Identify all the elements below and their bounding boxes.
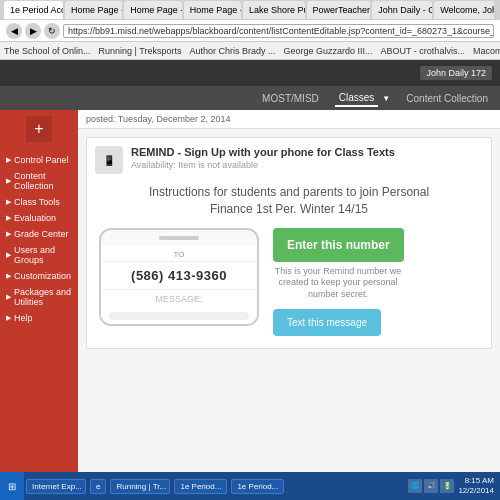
taskbar-items: Internet Exp... e Running | Tr... 1e Per… xyxy=(24,476,402,497)
tab-1[interactable]: Home Page -... ✕ xyxy=(65,1,122,19)
lms-user[interactable]: John Daily 172 xyxy=(420,66,492,80)
forward-button[interactable]: ▶ xyxy=(25,23,41,39)
volume-icon: 🔊 xyxy=(424,479,438,493)
content-header: posted: Tuesday, December 2, 2014 xyxy=(78,110,500,129)
sidebar-item-users-groups[interactable]: ▶ Users and Groups xyxy=(0,242,78,268)
active-tab[interactable]: 1e Period Acc... ✕ xyxy=(4,1,63,19)
remind-desc-line2: Finance 1st Per. Winter 14/15 xyxy=(210,202,368,216)
phone-compose-area xyxy=(101,308,257,324)
phone-action-row: TO (586) 413-9360 MESSAGE: Enter this nu… xyxy=(99,228,479,336)
clock-time: 8:15 AM xyxy=(458,476,494,486)
tab-label: Home Page -... xyxy=(71,5,122,15)
bookmark-3[interactable]: George Guzzardo III... xyxy=(283,46,372,56)
chevron-icon: ▶ xyxy=(6,198,11,206)
nav-mostmisd[interactable]: MOST/MISD xyxy=(258,91,323,106)
sidebar-item-label: Help xyxy=(14,313,33,323)
tab-7[interactable]: Welcome, Joh... ✕ xyxy=(434,1,494,19)
sidebar-item-customization[interactable]: ▶ Customization xyxy=(0,268,78,284)
enter-number-button[interactable]: Enter this number xyxy=(273,228,404,262)
bookmarks-bar: The School of Onlin... Running | Trekspo… xyxy=(0,42,500,60)
sidebar-menu: ▶ Control Panel ▶ Content Collection ▶ C… xyxy=(0,148,78,330)
remind-header-text: REMIND - Sign Up with your phone for Cla… xyxy=(131,146,395,170)
lms-nav: MOST/MISD Classes ▼ Content Collection xyxy=(0,86,500,110)
sidebar-item-label: Control Panel xyxy=(14,155,69,165)
phone-to-label: TO xyxy=(101,246,257,262)
remind-content: Instructions for students and parents to… xyxy=(95,180,483,340)
taskbar-tray: 🌐 🔊 🔋 8:15 AM 12/2/2014 xyxy=(402,476,500,497)
sidebar-item-packages[interactable]: ▶ Packages and Utilities xyxy=(0,284,78,310)
nav-arrow-icon: ▼ xyxy=(382,94,390,103)
posted-date: posted: Tuesday, December 2, 2014 xyxy=(86,114,230,124)
remind-icon: 📱 xyxy=(95,146,123,174)
remind-header: 📱 REMIND - Sign Up with your phone for C… xyxy=(95,146,483,174)
remind-title: REMIND - Sign Up with your phone for Cla… xyxy=(131,146,395,158)
taskbar-item-4[interactable]: 1e Period... xyxy=(231,479,284,494)
taskbar-item-2[interactable]: Running | Tr... xyxy=(110,479,170,494)
start-button[interactable]: ⊞ xyxy=(0,472,24,500)
lms-topbar: John Daily 172 xyxy=(0,60,500,86)
chevron-icon: ▶ xyxy=(6,156,11,164)
tab-3[interactable]: Home Page -... ✕ xyxy=(184,1,241,19)
bookmark-0[interactable]: The School of Onlin... xyxy=(4,46,91,56)
tab-label: PowerTeacher -... xyxy=(313,5,371,15)
taskbar-clock: 8:15 AM 12/2/2014 xyxy=(458,476,494,497)
bookmark-5[interactable]: Macomb County Doc... xyxy=(473,46,500,56)
taskbar-item-1[interactable]: e xyxy=(90,479,106,494)
sidebar-item-label: Users and Groups xyxy=(14,245,72,265)
add-content-button[interactable]: + xyxy=(26,116,52,142)
address-bar: ◀ ▶ ↻ https://bb91.misd.net/webapps/blac… xyxy=(0,20,500,42)
tab-4[interactable]: Lake Shore Pu... ✕ xyxy=(243,1,305,19)
tab-2[interactable]: Home Page -... ✕ xyxy=(124,1,181,19)
text-message-button[interactable]: Text this message xyxy=(273,309,381,336)
tray-icons: 🌐 🔊 🔋 xyxy=(408,479,454,493)
tab-label: Home Page -... xyxy=(190,5,241,15)
sidebar-item-label: Content Collection xyxy=(14,171,72,191)
sidebar-item-label: Customization xyxy=(14,271,71,281)
back-button[interactable]: ◀ xyxy=(6,23,22,39)
sidebar-item-help[interactable]: ▶ Help xyxy=(0,310,78,326)
taskbar-item-3[interactable]: 1e Period... xyxy=(174,479,227,494)
remind-card: 📱 REMIND - Sign Up with your phone for C… xyxy=(86,137,492,349)
nav-content-collection[interactable]: Content Collection xyxy=(402,91,492,106)
chevron-icon: ▶ xyxy=(6,251,11,259)
nav-classes[interactable]: Classes xyxy=(335,90,379,107)
bookmark-4[interactable]: ABOUT - crothalvis... xyxy=(381,46,465,56)
tab-label: Home Page -... xyxy=(130,5,181,15)
phone-message-label: MESSAGE: xyxy=(101,290,257,308)
chevron-icon: ▶ xyxy=(6,293,11,301)
browser-chrome: 1e Period Acc... ✕ Home Page -... ✕ Home… xyxy=(0,0,500,60)
chevron-icon: ▶ xyxy=(6,230,11,238)
sidebar-item-grade-center[interactable]: ▶ Grade Center xyxy=(0,226,78,242)
sidebar-item-label: Evaluation xyxy=(14,213,56,223)
sidebar-item-label: Grade Center xyxy=(14,229,69,239)
compose-placeholder[interactable] xyxy=(109,312,249,320)
tab-6[interactable]: John Daily - O... ✕ xyxy=(372,1,432,19)
chevron-icon: ▶ xyxy=(6,214,11,222)
sidebar-item-content-collection[interactable]: ▶ Content Collection xyxy=(0,168,78,194)
tab-bar: 1e Period Acc... ✕ Home Page -... ✕ Home… xyxy=(0,0,500,20)
phone-speaker xyxy=(159,236,199,240)
phone-number: (586) 413-9360 xyxy=(101,262,257,290)
bookmark-1[interactable]: Running | Treksports xyxy=(99,46,182,56)
sidebar-item-label: Packages and Utilities xyxy=(14,287,72,307)
remind-availability: Availability: Item is not available xyxy=(131,160,395,170)
tab-label: Welcome, Joh... xyxy=(440,5,494,15)
chevron-icon: ▶ xyxy=(6,272,11,280)
enter-section: Enter this number This is your Remind nu… xyxy=(273,228,479,336)
chevron-icon: ▶ xyxy=(6,177,11,185)
sidebar-item-evaluation[interactable]: ▶ Evaluation xyxy=(0,210,78,226)
sidebar-item-control-panel[interactable]: ▶ Control Panel xyxy=(0,152,78,168)
taskbar: ⊞ Internet Exp... e Running | Tr... 1e P… xyxy=(0,472,500,500)
phone-mockup: TO (586) 413-9360 MESSAGE: xyxy=(99,228,259,326)
chevron-icon: ▶ xyxy=(6,314,11,322)
sidebar-item-class-tools[interactable]: ▶ Class Tools xyxy=(0,194,78,210)
address-input[interactable]: https://bb91.misd.net/webapps/blackboard… xyxy=(63,24,494,38)
phone-screen: TO (586) 413-9360 MESSAGE: xyxy=(101,246,257,324)
taskbar-item-0[interactable]: Internet Exp... xyxy=(26,479,86,494)
tab-label: 1e Period Acc... xyxy=(10,5,63,15)
battery-icon: 🔋 xyxy=(440,479,454,493)
tab-5[interactable]: PowerTeacher -... ✕ xyxy=(307,1,371,19)
bookmark-2[interactable]: Author Chris Brady ... xyxy=(189,46,275,56)
enter-note: This is your Remind number we created to… xyxy=(273,266,403,301)
refresh-button[interactable]: ↻ xyxy=(44,23,60,39)
